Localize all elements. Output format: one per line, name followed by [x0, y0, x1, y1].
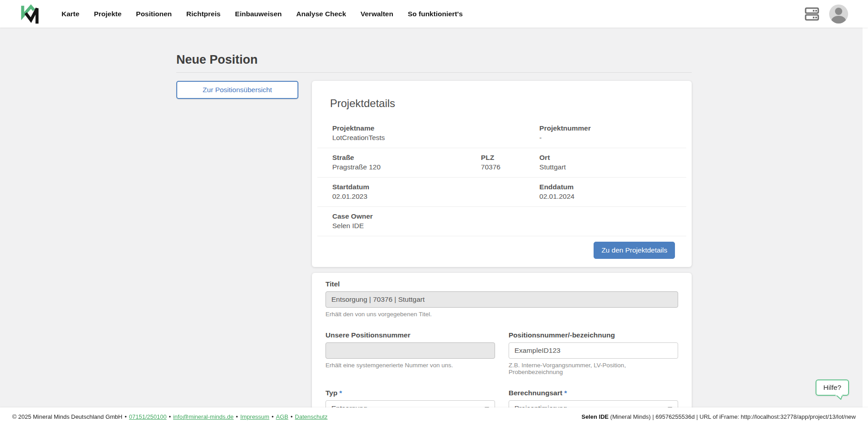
titel-field: Titel Erhält den von uns vorgegebenen Ti…: [326, 280, 678, 318]
server-button[interactable]: [805, 7, 820, 21]
footer-separator: •: [236, 413, 238, 420]
main-content: Neue Position Zur Positionsübersicht Pro…: [0, 28, 868, 426]
startdatum-label: Startdatum: [332, 182, 539, 192]
titel-label: Titel: [326, 280, 678, 288]
enddatum-value: 02.01.2024: [539, 192, 686, 201]
strasse-cell: Straße Pragstraße 120: [332, 153, 481, 172]
positionsnummer-field: Positionsnummer/-bezeichnung Z.B. Intern…: [509, 331, 678, 375]
unsere-positionsnummer-input: [326, 342, 495, 359]
unsere-positionsnummer-field: Unsere Positionsnummer Erhält eine syste…: [326, 331, 495, 375]
enddatum-label: Enddatum: [539, 182, 686, 192]
nav-item-verwalten[interactable]: Verwalten: [354, 5, 401, 23]
session-info: Selen IDE (Mineral Minds) | 69576255536d…: [581, 413, 856, 420]
footer-separator: •: [169, 413, 171, 420]
strasse-value: Pragstraße 120: [332, 162, 481, 172]
startdatum-cell: Startdatum 02.01.2023: [332, 182, 539, 201]
enddatum-cell: Enddatum 02.01.2024: [539, 182, 686, 201]
ort-value: Stuttgart: [539, 162, 686, 172]
user-avatar-icon[interactable]: [829, 5, 848, 23]
nav-item-so-funktionierts[interactable]: So funktioniert's: [401, 5, 470, 23]
datenschutz-link[interactable]: Datenschutz: [295, 413, 327, 420]
projektname-cell: Projektname LotCreationTests: [332, 123, 539, 142]
projektname-label: Projektname: [332, 123, 539, 133]
mineral-minds-logo-icon[interactable]: [19, 3, 41, 25]
berechnungsart-required-mark: *: [564, 389, 567, 397]
projektnummer-value: -: [539, 133, 686, 142]
left-column: Zur Positionsübersicht: [176, 81, 298, 99]
strasse-label: Straße: [332, 153, 481, 162]
project-details-card: Projektdetails Projektname LotCreationTe…: [312, 81, 692, 267]
positionsnummer-input[interactable]: [509, 342, 678, 359]
title-divider: [176, 72, 692, 73]
agb-link[interactable]: AGB: [276, 413, 288, 420]
impressum-link[interactable]: Impressum: [240, 413, 269, 420]
positionsnummer-label: Positionsnummer/-bezeichnung: [509, 331, 678, 339]
project-card-title: Projektdetails: [330, 97, 395, 110]
avatar-body: [831, 16, 846, 23]
page-footer: © 2025 Mineral Minds Deutschland GmbH • …: [0, 407, 868, 426]
phone-link[interactable]: 07151/250100: [129, 413, 166, 420]
top-navbar: Karte Projekte Positionen Richtpreis Ein…: [0, 0, 868, 28]
nav-item-karte[interactable]: Karte: [54, 5, 87, 23]
projektnummer-cell: Projektnummer -: [539, 123, 686, 142]
nav-item-richtpreis[interactable]: Richtpreis: [179, 5, 228, 23]
main-nav: Karte Projekte Positionen Richtpreis Ein…: [54, 5, 470, 23]
ort-cell: Ort Stuttgart: [539, 153, 686, 172]
typ-required-mark: *: [339, 389, 342, 397]
go-to-project-details-button[interactable]: Zu den Projektdetails: [594, 242, 675, 259]
avatar-head: [835, 8, 842, 15]
right-column: Projektdetails Projektname LotCreationTe…: [312, 81, 692, 426]
server-icon: [805, 7, 820, 21]
help-button[interactable]: Hilfe?: [816, 379, 849, 396]
case-owner-label: Case Owner: [332, 211, 686, 221]
nav-item-einbauweisen[interactable]: Einbauweisen: [228, 5, 289, 23]
scrollbar[interactable]: [863, 0, 868, 426]
unsere-positionsnummer-label: Unsere Positionsnummer: [326, 331, 495, 339]
case-owner-value: Selen IDE: [332, 221, 686, 230]
nav-item-projekte[interactable]: Projekte: [87, 5, 129, 23]
startdatum-value: 02.01.2023: [332, 192, 539, 201]
projektnummer-label: Projektnummer: [539, 123, 686, 133]
collapse-card-button[interactable]: [673, 97, 677, 103]
footer-left: © 2025 Mineral Minds Deutschland GmbH • …: [12, 413, 328, 420]
email-link[interactable]: info@mineral-minds.de: [173, 413, 234, 420]
case-owner-cell: Case Owner Selen IDE: [332, 211, 686, 230]
positionsnummer-help-text: Z.B. Interne-Vorgangsnummer, LV-Position…: [509, 362, 678, 375]
projektname-value: LotCreationTests: [332, 133, 539, 142]
session-user: Selen IDE: [581, 413, 609, 420]
copyright-text: © 2025 Mineral Minds Deutschland GmbH: [12, 413, 123, 420]
help-button-label: Hilfe?: [823, 384, 841, 391]
speech-bubble-tail-icon: [835, 394, 844, 400]
table-row: Straße Pragstraße 120 PLZ 70376 Ort Stut…: [317, 148, 686, 177]
unsere-positionsnummer-help-text: Erhält eine systemgenerierte Nummer von …: [326, 362, 495, 369]
typ-label: Typ: [326, 389, 337, 397]
titel-input: [326, 291, 678, 308]
footer-separator: •: [272, 413, 274, 420]
table-row: Startdatum 02.01.2023 Enddatum 02.01.202…: [317, 177, 686, 206]
navbar-right-actions: [805, 5, 848, 23]
footer-separator: •: [125, 413, 127, 420]
project-details-table: Projektname LotCreationTests Projektnumm…: [317, 119, 686, 236]
back-to-positions-button[interactable]: Zur Positionsübersicht: [176, 81, 298, 99]
nav-item-analyse-check[interactable]: Analyse Check: [289, 5, 353, 23]
ort-label: Ort: [539, 153, 686, 162]
plz-label: PLZ: [481, 153, 539, 162]
footer-separator: •: [291, 413, 293, 420]
titel-help-text: Erhält den von uns vorgegebenen Titel.: [326, 311, 678, 318]
table-row: Case Owner Selen IDE: [317, 206, 686, 236]
new-position-form-card: Titel Erhält den von uns vorgegebenen Ti…: [312, 273, 692, 426]
plz-value: 70376: [481, 162, 539, 172]
plz-cell: PLZ 70376: [481, 153, 539, 172]
nav-item-positionen[interactable]: Positionen: [129, 5, 179, 23]
berechnungsart-label: Berechnungsart: [509, 389, 562, 397]
session-details: (Mineral Minds) | 69576255536d | URL of …: [609, 413, 856, 420]
page-title: Neue Position: [176, 53, 692, 67]
table-row: Projektname LotCreationTests Projektnumm…: [317, 119, 686, 148]
